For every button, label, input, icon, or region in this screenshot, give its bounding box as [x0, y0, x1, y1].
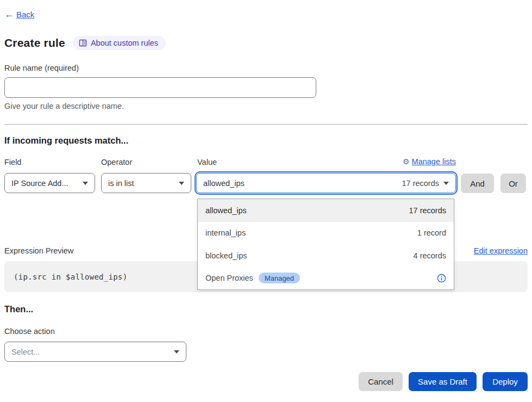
deploy-button[interactable]: Deploy	[483, 372, 528, 391]
value-select-name: allowed_ips	[203, 179, 245, 188]
edit-expression-link[interactable]: Edit expression	[474, 246, 528, 255]
value-dropdown-panel: allowed_ips 17 records internal_ips 1 re…	[197, 199, 454, 290]
section-divider	[4, 124, 528, 125]
list-item-name: internal_ips	[205, 228, 246, 237]
info-icon[interactable]	[437, 274, 446, 283]
field-select-value: IP Source Add...	[11, 179, 68, 188]
back-arrow-icon: ←	[4, 9, 14, 19]
chevron-down-icon	[179, 182, 184, 185]
then-section-heading: Then...	[4, 304, 33, 314]
list-item-name: blocked_ips	[205, 251, 247, 260]
about-badge-label: About custom rules	[91, 39, 158, 47]
about-custom-rules-badge[interactable]: About custom rules	[73, 36, 166, 50]
save-as-draft-button[interactable]: Save as Draft	[409, 372, 477, 391]
manage-lists-label: Manage lists	[412, 157, 456, 166]
chevron-down-icon	[174, 350, 179, 354]
rule-name-input[interactable]	[4, 77, 316, 98]
value-label: Value	[197, 158, 217, 166]
or-button[interactable]: Or	[500, 174, 526, 193]
cancel-button[interactable]: Cancel	[359, 372, 403, 391]
list-item-open-proxies[interactable]: Open Proxies Managed	[198, 267, 454, 290]
choose-action-label: Choose action	[4, 327, 55, 336]
back-link[interactable]: ← Back	[4, 9, 34, 19]
operator-select[interactable]: is in list	[101, 173, 191, 193]
managed-badge: Managed	[259, 273, 300, 283]
rule-name-label: Rule name (required)	[4, 64, 79, 72]
manage-lists-link[interactable]: ⚙ Manage lists	[403, 157, 456, 166]
expression-code: (ip.src in $allowed_ips)	[14, 273, 128, 281]
value-select[interactable]: allowed_ips 17 records	[196, 173, 456, 193]
action-select[interactable]: Select...	[4, 342, 186, 362]
chevron-down-icon	[83, 182, 88, 185]
book-icon	[79, 39, 87, 47]
match-section-heading: If incoming requests match...	[4, 135, 128, 146]
list-item-meta: 1 record	[417, 228, 446, 237]
operator-label: Operator	[101, 158, 132, 166]
field-select[interactable]: IP Source Add...	[4, 173, 95, 193]
and-button[interactable]: And	[461, 174, 494, 193]
chevron-down-icon	[443, 182, 449, 185]
rule-name-helper: Give your rule a descriptive name.	[4, 102, 124, 110]
expression-preview-label: Expression Preview	[4, 246, 73, 255]
list-item-name: allowed_ips	[205, 206, 247, 215]
action-select-placeholder: Select...	[11, 348, 40, 356]
field-label: Field	[4, 158, 21, 166]
list-item-internal-ips[interactable]: internal_ips 1 record	[198, 222, 454, 245]
page-title: Create rule	[4, 36, 65, 50]
gear-icon: ⚙	[403, 157, 410, 166]
list-item-meta: 17 records	[409, 206, 446, 215]
back-link-label: Back	[16, 10, 34, 19]
list-item-allowed-ips[interactable]: allowed_ips 17 records	[198, 199, 454, 222]
list-item-name: Open Proxies	[205, 274, 253, 282]
create-rule-page: ← Back Create rule About custom rules Ru…	[0, 0, 532, 402]
value-select-meta: 17 records	[402, 179, 439, 188]
list-item-blocked-ips[interactable]: blocked_ips 4 records	[198, 244, 454, 267]
operator-select-value: is in list	[108, 179, 134, 188]
list-item-meta: 4 records	[414, 251, 446, 260]
